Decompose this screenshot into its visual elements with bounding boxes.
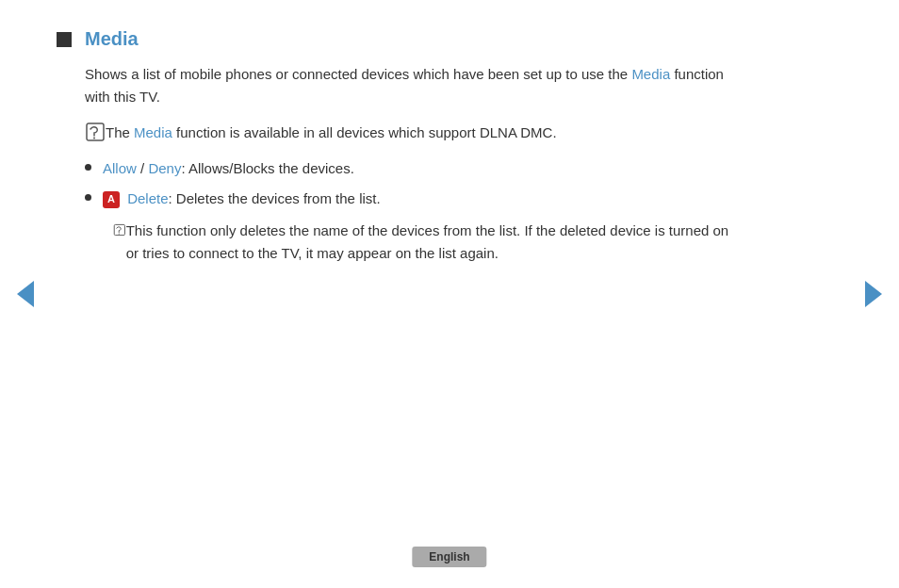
main-content: Media Shows a list of mobile phones or c… [0,0,810,293]
note-icon-1 [85,122,106,142]
bullet-content-2: A Delete: Deletes the devices from the l… [103,188,735,210]
svg-rect-0 [87,123,104,140]
description-media-link: Media [631,66,670,82]
bullet-item-1: Allow / Deny: Allows/Blocks the devices. [85,157,735,180]
sub-note-text: This function only deletes the name of t… [126,220,735,265]
bullet1-sep: / [137,160,149,176]
bullet2-end: : Deletes the devices from the list. [169,190,381,206]
allow-link: Allow [103,160,137,176]
note1-link: Media [134,124,172,140]
note1-after: function is available in all devices whi… [176,124,557,140]
bullet-list: Allow / Deny: Allows/Blocks the devices.… [85,157,735,210]
deny-link: Deny [148,160,181,176]
delete-badge: A [103,191,120,208]
note1-before: The [106,124,134,140]
bullet1-end: : Allows/Blocks the devices. [181,160,353,176]
bullet-dot-2 [85,194,91,201]
delete-link: Delete [127,190,168,206]
note-block-1: The Media function is available in all d… [85,122,735,144]
section-description: Shows a list of mobile phones or connect… [85,63,735,108]
description-text-before: Shows a list of mobile phones or connect… [85,66,628,82]
language-badge: English [412,547,486,567]
sub-note-block: This function only deletes the name of t… [113,220,735,265]
sub-note-icon [113,220,126,240]
bullet-content-1: Allow / Deny: Allows/Blocks the devices. [103,157,735,180]
bullet-item-2: A Delete: Deletes the devices from the l… [85,188,735,210]
svg-point-3 [119,233,120,234]
section-header: Media [57,28,735,50]
note-text-1: The Media function is available in all d… [106,122,557,144]
square-icon [57,32,72,47]
svg-point-1 [93,138,95,139]
nav-arrow-right[interactable] [865,281,882,307]
section-title: Media [85,28,139,50]
nav-arrow-left[interactable] [17,281,34,307]
bullet-dot-1 [85,164,91,171]
svg-rect-2 [114,224,124,235]
